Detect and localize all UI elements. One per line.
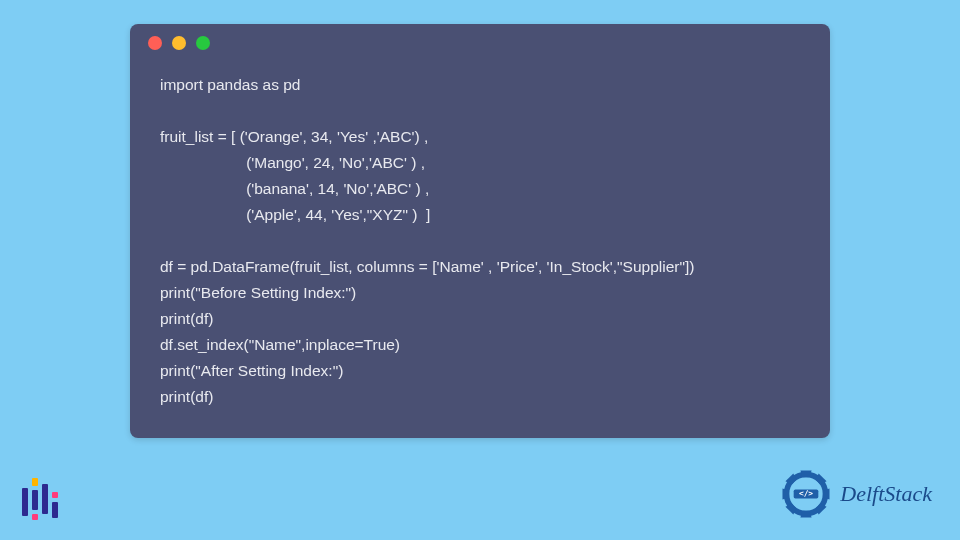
code-line: print(df) [160, 388, 213, 405]
code-window: import pandas as pd fruit_list = [ ('Ora… [130, 24, 830, 438]
code-line: df.set_index("Name",inplace=True) [160, 336, 400, 353]
code-line: print(df) [160, 310, 213, 327]
brand-name: DelftStack [840, 481, 932, 507]
left-logo-icon [20, 478, 64, 522]
code-line: print("Before Setting Index:") [160, 284, 356, 301]
code-body: import pandas as pd fruit_list = [ ('Ora… [130, 62, 830, 420]
brand-badge-icon: </> [778, 466, 834, 522]
code-line: ('banana', 14, 'No','ABC' ) , [160, 180, 429, 197]
minimize-dot-icon [172, 36, 186, 50]
code-line: ('Apple', 44, 'Yes',"XYZ" ) ] [160, 206, 430, 223]
maximize-dot-icon [196, 36, 210, 50]
window-titlebar [130, 24, 830, 62]
brand-logo: </> DelftStack [778, 466, 932, 522]
code-line: df = pd.DataFrame(fruit_list, columns = … [160, 258, 694, 275]
svg-text:</>: </> [799, 489, 813, 498]
code-line: import pandas as pd [160, 76, 300, 93]
close-dot-icon [148, 36, 162, 50]
code-line: print("After Setting Index:") [160, 362, 343, 379]
code-line: fruit_list = [ ('Orange', 34, 'Yes' ,'AB… [160, 128, 428, 145]
code-line: ('Mango', 24, 'No','ABC' ) , [160, 154, 425, 171]
